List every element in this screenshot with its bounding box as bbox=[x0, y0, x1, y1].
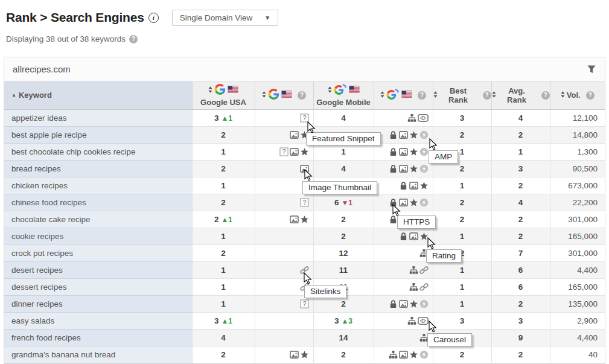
rating-star-icon[interactable] bbox=[408, 350, 418, 359]
mobile-serp-features-cell bbox=[374, 143, 433, 160]
column-header-avg-rank[interactable]: Avg. Rank? bbox=[491, 81, 550, 109]
sort-icon[interactable] bbox=[328, 86, 332, 95]
image-thumbnail-icon[interactable] bbox=[408, 180, 418, 190]
sort-icon[interactable] bbox=[380, 91, 384, 100]
https-lock-icon[interactable] bbox=[387, 299, 398, 308]
image-thumbnail-icon[interactable] bbox=[289, 130, 299, 139]
https-lock-icon[interactable] bbox=[398, 180, 408, 190]
sort-icon[interactable] bbox=[561, 91, 565, 100]
amp-bolt-icon[interactable] bbox=[418, 130, 429, 139]
avg-rank-cell: 7 bbox=[491, 244, 550, 261]
desktop-serp-features-cell bbox=[255, 228, 313, 244]
image-thumbnail-icon[interactable] bbox=[408, 231, 418, 240]
image-thumbnail-icon[interactable] bbox=[289, 147, 299, 156]
rank-change-up: ▲1 bbox=[221, 317, 232, 325]
amp-bolt-icon[interactable] bbox=[418, 197, 429, 206]
https-lock-icon[interactable] bbox=[398, 231, 408, 240]
column-header-keyword[interactable]: ▲Keyword bbox=[4, 81, 192, 109]
rank-value: 14 bbox=[339, 333, 348, 342]
rank-value: 4 bbox=[341, 113, 346, 123]
mobile-serp-features-cell bbox=[374, 194, 433, 211]
sort-icon[interactable] bbox=[492, 91, 496, 100]
featured-snippet-icon[interactable]: ? bbox=[299, 113, 309, 122]
sitelinks-chain-icon[interactable] bbox=[418, 265, 429, 274]
rating-star-icon[interactable] bbox=[408, 130, 418, 139]
mouse-cursor-icon bbox=[392, 204, 401, 217]
featured-snippet-icon[interactable]: ? bbox=[299, 197, 309, 206]
column-header-google-usa[interactable]: Google USA bbox=[192, 81, 255, 109]
tooltip-rating: Rating bbox=[426, 249, 462, 263]
hierarchy-icon[interactable] bbox=[408, 265, 418, 274]
amp-bolt-icon[interactable] bbox=[418, 147, 429, 156]
hierarchy-icon[interactable] bbox=[406, 113, 416, 122]
help-icon[interactable]: ? bbox=[541, 91, 550, 100]
help-icon[interactable]: ? bbox=[483, 91, 491, 100]
rating-star-icon[interactable] bbox=[299, 350, 309, 359]
column-header-google-mobile-serp-features[interactable]: ? bbox=[374, 81, 433, 109]
image-thumbnail-icon[interactable] bbox=[398, 147, 408, 156]
column-header-google-mobile[interactable]: Google Mobile bbox=[313, 81, 374, 109]
featured-snippet-icon[interactable]: ? bbox=[299, 299, 309, 308]
rating-star-icon[interactable] bbox=[408, 299, 418, 308]
sitelinks-chain-icon[interactable] bbox=[418, 282, 429, 291]
rank-value: 2 bbox=[214, 215, 219, 224]
best-rank-cell: 1 bbox=[433, 261, 491, 278]
hierarchy-icon[interactable] bbox=[387, 350, 398, 359]
help-icon[interactable]: ? bbox=[586, 91, 595, 100]
carousel-icon[interactable] bbox=[416, 316, 429, 325]
hierarchy-icon[interactable] bbox=[408, 282, 418, 291]
mobile-serp-features-cell bbox=[374, 329, 433, 346]
keyword-cell: best apple pie recipe bbox=[4, 126, 192, 143]
image-thumbnail-icon[interactable] bbox=[289, 214, 299, 223]
featured-snippet-icon[interactable]: ? bbox=[278, 147, 289, 156]
mobile-serp-features-cell bbox=[374, 261, 433, 278]
hierarchy-icon[interactable] bbox=[406, 316, 416, 325]
rank-value: 1 bbox=[221, 299, 226, 308]
table-row: easy salads3▲13▲3332,900 bbox=[4, 312, 605, 329]
keyword-cell: chicken recipes bbox=[4, 177, 192, 194]
best-rank-cell: 2 bbox=[433, 126, 491, 143]
rank-value: 1 bbox=[221, 266, 226, 275]
column-header-best-rank[interactable]: Best Rank? bbox=[433, 81, 491, 109]
amp-bolt-icon[interactable] bbox=[418, 299, 429, 308]
keyword-cell: bread recipes bbox=[4, 160, 192, 177]
help-icon[interactable]: ? bbox=[129, 35, 138, 43]
rating-star-icon[interactable] bbox=[408, 147, 418, 156]
https-lock-icon[interactable] bbox=[387, 164, 398, 173]
carousel-icon[interactable] bbox=[416, 113, 429, 122]
filter-icon[interactable] bbox=[587, 65, 596, 74]
rating-star-icon[interactable] bbox=[408, 164, 418, 173]
amp-bolt-icon[interactable] bbox=[418, 350, 429, 359]
column-header-vol[interactable]: Vol.? bbox=[550, 81, 605, 109]
rank-value: 1 bbox=[341, 147, 346, 156]
image-thumbnail-icon[interactable] bbox=[289, 350, 299, 359]
google-mobile-rank-cell: 2 bbox=[313, 228, 374, 244]
amp-bolt-icon[interactable] bbox=[418, 164, 429, 173]
info-icon[interactable]: i bbox=[148, 13, 159, 23]
rating-star-icon[interactable] bbox=[408, 197, 418, 206]
google-usa-rank-cell: 4 bbox=[192, 329, 255, 346]
rating-star-icon[interactable] bbox=[418, 180, 429, 190]
hierarchy-icon[interactable] bbox=[418, 333, 429, 342]
rating-star-icon[interactable] bbox=[299, 214, 309, 223]
image-thumbnail-icon[interactable] bbox=[398, 350, 408, 359]
sort-icon[interactable] bbox=[262, 91, 266, 100]
rank-value: 11 bbox=[339, 266, 348, 275]
https-lock-icon[interactable] bbox=[387, 130, 398, 139]
rating-star-icon[interactable] bbox=[418, 231, 429, 240]
google-usa-rank-cell: 2 bbox=[192, 160, 255, 177]
view-selector-dropdown[interactable]: Single Domain View ▼ bbox=[172, 10, 278, 26]
sort-icon[interactable] bbox=[433, 91, 438, 100]
column-header-google-usa-serp-features[interactable]: ? bbox=[255, 81, 313, 109]
rating-star-icon[interactable] bbox=[299, 147, 309, 156]
mouse-cursor-icon bbox=[307, 121, 316, 134]
google-mobile-rank-cell: 11 bbox=[313, 261, 374, 278]
https-lock-icon[interactable] bbox=[387, 147, 398, 156]
image-thumbnail-icon[interactable] bbox=[398, 164, 408, 173]
image-thumbnail-icon[interactable] bbox=[398, 299, 408, 308]
image-thumbnail-icon[interactable] bbox=[398, 130, 408, 139]
help-icon[interactable]: ? bbox=[298, 91, 306, 100]
rank-change-down: ▼1 bbox=[341, 199, 352, 207]
help-icon[interactable]: ? bbox=[418, 91, 426, 100]
sort-icon[interactable] bbox=[208, 86, 212, 95]
